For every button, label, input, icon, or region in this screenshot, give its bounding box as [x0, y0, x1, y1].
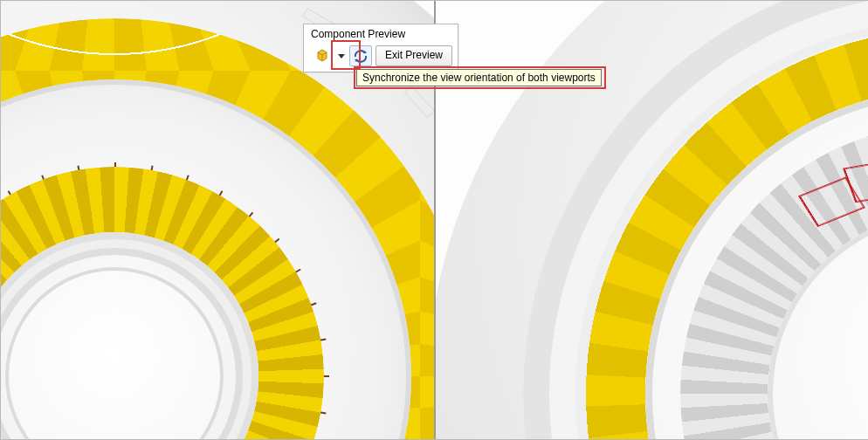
svg-marker-2: [338, 54, 345, 58]
display-style-dropdown[interactable]: [337, 52, 346, 59]
toolbar-title: Component Preview: [304, 24, 458, 44]
sync-views-button[interactable]: [349, 45, 372, 66]
component-cube-icon: [314, 49, 330, 63]
sync-tooltip: Synchronize the view orientation of both…: [356, 69, 602, 86]
exit-preview-button[interactable]: Exit Preview: [375, 45, 452, 66]
right-viewport[interactable]: [436, 1, 868, 439]
chevron-down-icon: [338, 52, 345, 59]
sync-views-icon: [353, 49, 369, 63]
app-window: Component Preview: [0, 0, 868, 440]
display-style-button[interactable]: [311, 45, 334, 66]
component-preview-toolbar: Component Preview: [303, 24, 458, 72]
